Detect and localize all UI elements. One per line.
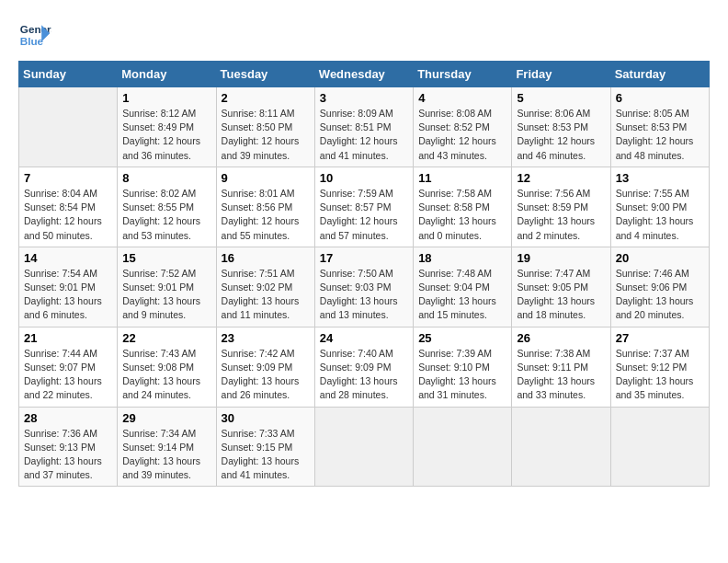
day-number: 24 [320,331,408,345]
day-info: Sunrise: 8:09 AM Sunset: 8:51 PM Dayligh… [320,107,408,163]
day-info: Sunrise: 7:37 AM Sunset: 9:12 PM Dayligh… [616,347,704,403]
col-header-monday: Monday [118,62,216,87]
day-number: 16 [222,251,310,265]
day-info: Sunrise: 8:12 AM Sunset: 8:49 PM Dayligh… [122,107,210,163]
day-cell: 12Sunrise: 7:56 AM Sunset: 8:59 PM Dayli… [512,167,610,247]
week-row-2: 7Sunrise: 8:04 AM Sunset: 8:54 PM Daylig… [19,167,710,247]
day-cell [19,87,118,167]
day-number: 11 [418,171,506,185]
day-info: Sunrise: 7:51 AM Sunset: 9:02 PM Dayligh… [222,267,310,323]
day-info: Sunrise: 7:50 AM Sunset: 9:03 PM Dayligh… [320,267,408,323]
day-info: Sunrise: 8:01 AM Sunset: 8:56 PM Dayligh… [222,187,310,243]
day-info: Sunrise: 8:04 AM Sunset: 8:54 PM Dayligh… [24,187,112,243]
day-number: 27 [616,331,704,345]
day-cell: 7Sunrise: 8:04 AM Sunset: 8:54 PM Daylig… [19,167,118,247]
day-cell: 19Sunrise: 7:47 AM Sunset: 9:05 PM Dayli… [512,247,610,327]
day-info: Sunrise: 7:33 AM Sunset: 9:15 PM Dayligh… [222,427,310,483]
day-info: Sunrise: 7:36 AM Sunset: 9:13 PM Dayligh… [24,427,112,483]
day-number: 15 [122,251,210,265]
day-info: Sunrise: 7:46 AM Sunset: 9:06 PM Dayligh… [616,267,704,323]
day-number: 20 [616,251,704,265]
day-cell: 28Sunrise: 7:36 AM Sunset: 9:13 PM Dayli… [19,407,118,487]
header-row: SundayMondayTuesdayWednesdayThursdayFrid… [19,62,710,87]
day-info: Sunrise: 7:42 AM Sunset: 9:09 PM Dayligh… [222,347,310,403]
day-cell: 23Sunrise: 7:42 AM Sunset: 9:09 PM Dayli… [216,327,314,407]
day-cell: 20Sunrise: 7:46 AM Sunset: 9:06 PM Dayli… [610,247,709,327]
day-cell [414,407,512,487]
day-number: 13 [616,171,704,185]
day-info: Sunrise: 8:08 AM Sunset: 8:52 PM Dayligh… [418,107,506,163]
day-cell: 14Sunrise: 7:54 AM Sunset: 9:01 PM Dayli… [19,247,118,327]
day-cell: 30Sunrise: 7:33 AM Sunset: 9:15 PM Dayli… [216,407,314,487]
day-info: Sunrise: 7:56 AM Sunset: 8:59 PM Dayligh… [517,187,605,243]
calendar-table: SundayMondayTuesdayWednesdayThursdayFrid… [18,61,710,487]
day-info: Sunrise: 7:59 AM Sunset: 8:57 PM Dayligh… [320,187,408,243]
day-cell: 22Sunrise: 7:43 AM Sunset: 9:08 PM Dayli… [118,327,216,407]
day-cell: 8Sunrise: 8:02 AM Sunset: 8:55 PM Daylig… [118,167,216,247]
day-info: Sunrise: 7:43 AM Sunset: 9:08 PM Dayligh… [122,347,210,403]
day-number: 25 [418,331,506,345]
day-number: 12 [517,171,605,185]
day-cell: 1Sunrise: 8:12 AM Sunset: 8:49 PM Daylig… [118,87,216,167]
page-header: General Blue [18,18,710,52]
col-header-sunday: Sunday [19,62,118,87]
day-cell: 26Sunrise: 7:38 AM Sunset: 9:11 PM Dayli… [512,327,610,407]
day-number: 19 [517,251,605,265]
week-row-5: 28Sunrise: 7:36 AM Sunset: 9:13 PM Dayli… [19,407,710,487]
logo: General Blue [18,18,51,52]
day-cell: 13Sunrise: 7:55 AM Sunset: 9:00 PM Dayli… [610,167,709,247]
day-number: 21 [24,331,112,345]
day-info: Sunrise: 7:38 AM Sunset: 9:11 PM Dayligh… [517,347,605,403]
day-info: Sunrise: 7:52 AM Sunset: 9:01 PM Dayligh… [122,267,210,323]
day-number: 10 [320,171,408,185]
day-cell: 2Sunrise: 8:11 AM Sunset: 8:50 PM Daylig… [216,87,314,167]
day-cell: 18Sunrise: 7:48 AM Sunset: 9:04 PM Dayli… [414,247,512,327]
week-row-4: 21Sunrise: 7:44 AM Sunset: 9:07 PM Dayli… [19,327,710,407]
day-cell [610,407,709,487]
day-cell: 27Sunrise: 7:37 AM Sunset: 9:12 PM Dayli… [610,327,709,407]
day-cell: 29Sunrise: 7:34 AM Sunset: 9:14 PM Dayli… [118,407,216,487]
day-info: Sunrise: 7:34 AM Sunset: 9:14 PM Dayligh… [122,427,210,483]
day-info: Sunrise: 7:58 AM Sunset: 8:58 PM Dayligh… [418,187,506,243]
day-number: 14 [24,251,112,265]
day-number: 23 [222,331,310,345]
day-number: 3 [320,91,408,105]
week-row-3: 14Sunrise: 7:54 AM Sunset: 9:01 PM Dayli… [19,247,710,327]
day-number: 5 [517,91,605,105]
day-number: 28 [24,411,112,425]
day-number: 26 [517,331,605,345]
day-number: 8 [122,171,210,185]
day-number: 9 [222,171,310,185]
day-number: 29 [122,411,210,425]
svg-text:Blue: Blue [20,35,44,47]
day-cell: 16Sunrise: 7:51 AM Sunset: 9:02 PM Dayli… [216,247,314,327]
day-info: Sunrise: 7:48 AM Sunset: 9:04 PM Dayligh… [418,267,506,323]
day-cell: 10Sunrise: 7:59 AM Sunset: 8:57 PM Dayli… [314,167,413,247]
day-cell: 5Sunrise: 8:06 AM Sunset: 8:53 PM Daylig… [512,87,610,167]
day-cell: 25Sunrise: 7:39 AM Sunset: 9:10 PM Dayli… [414,327,512,407]
day-info: Sunrise: 8:06 AM Sunset: 8:53 PM Dayligh… [517,107,605,163]
day-info: Sunrise: 8:02 AM Sunset: 8:55 PM Dayligh… [122,187,210,243]
day-cell: 21Sunrise: 7:44 AM Sunset: 9:07 PM Dayli… [19,327,118,407]
day-number: 4 [418,91,506,105]
day-cell: 3Sunrise: 8:09 AM Sunset: 8:51 PM Daylig… [314,87,413,167]
col-header-wednesday: Wednesday [314,62,413,87]
day-cell: 15Sunrise: 7:52 AM Sunset: 9:01 PM Dayli… [118,247,216,327]
week-row-1: 1Sunrise: 8:12 AM Sunset: 8:49 PM Daylig… [19,87,710,167]
day-number: 7 [24,171,112,185]
day-number: 30 [222,411,310,425]
day-info: Sunrise: 7:54 AM Sunset: 9:01 PM Dayligh… [24,267,112,323]
day-cell [512,407,610,487]
day-info: Sunrise: 7:39 AM Sunset: 9:10 PM Dayligh… [418,347,506,403]
day-cell [314,407,413,487]
day-cell: 9Sunrise: 8:01 AM Sunset: 8:56 PM Daylig… [216,167,314,247]
day-info: Sunrise: 8:11 AM Sunset: 8:50 PM Dayligh… [222,107,310,163]
col-header-thursday: Thursday [414,62,512,87]
day-info: Sunrise: 7:55 AM Sunset: 9:00 PM Dayligh… [616,187,704,243]
day-cell: 11Sunrise: 7:58 AM Sunset: 8:58 PM Dayli… [414,167,512,247]
day-cell: 24Sunrise: 7:40 AM Sunset: 9:09 PM Dayli… [314,327,413,407]
col-header-tuesday: Tuesday [216,62,314,87]
day-number: 2 [222,91,310,105]
day-number: 6 [616,91,704,105]
day-info: Sunrise: 7:44 AM Sunset: 9:07 PM Dayligh… [24,347,112,403]
